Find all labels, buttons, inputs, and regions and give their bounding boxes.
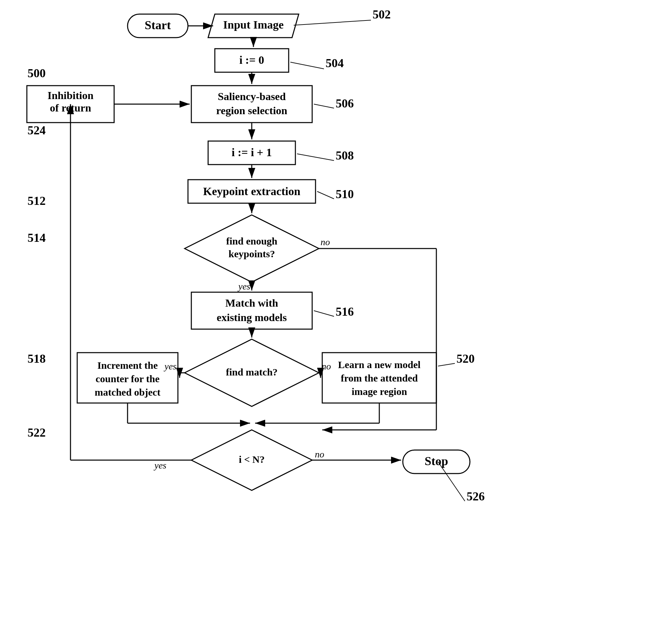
inhibition-label-1: Inhibition <box>48 89 94 101</box>
no-label-match: no <box>322 361 331 372</box>
svg-line-41 <box>314 104 334 108</box>
keypoint-label: Keypoint extraction <box>203 185 300 198</box>
find-keypoints-label-1: find enough <box>226 235 278 246</box>
flowchart-diagram: Start Input Image i := 0 Saliency-based … <box>0 0 672 623</box>
yes-label-match: yes <box>163 361 177 372</box>
learn-label-3: image region <box>352 386 407 397</box>
yes-label-keypoints: yes <box>237 281 250 292</box>
ref-514: 514 <box>28 231 45 244</box>
ref-508: 508 <box>336 149 354 162</box>
i-init-label: i := 0 <box>239 54 264 66</box>
stop-label: Stop <box>425 454 448 468</box>
yes-label-n: yes <box>153 460 166 471</box>
ref-516: 516 <box>336 305 354 318</box>
increment-label-3: matched object <box>95 387 160 398</box>
ref-510: 510 <box>336 187 354 201</box>
input-image-label: Input Image <box>223 19 284 31</box>
ref-522: 522 <box>28 426 45 439</box>
svg-line-45 <box>438 363 455 366</box>
svg-line-42 <box>297 154 334 160</box>
ref-520: 520 <box>457 352 475 365</box>
match-label-2: existing models <box>217 312 287 323</box>
ref-506: 506 <box>336 97 354 110</box>
increment-label-2: counter for the <box>96 373 160 384</box>
ref-504: 504 <box>326 56 344 70</box>
i-increment-label: i := i + 1 <box>232 146 272 158</box>
start-label: Start <box>145 19 171 32</box>
svg-line-44 <box>314 311 334 316</box>
ref-502: 502 <box>373 8 391 21</box>
increment-label-1: Increment the <box>97 360 158 371</box>
saliency-label-1: Saliency-based <box>218 90 286 102</box>
match-label-1: Match with <box>225 297 278 309</box>
ref-512: 512 <box>28 194 45 208</box>
saliency-label-2: region selection <box>216 105 287 117</box>
no-label-keypoints: no <box>320 237 330 247</box>
ref-518: 518 <box>28 352 45 365</box>
learn-label-2: from the attended <box>341 373 418 384</box>
svg-line-43 <box>317 191 334 199</box>
find-match-label: find match? <box>226 366 278 378</box>
no-label-n: no <box>315 449 324 459</box>
find-keypoints-label-2: keypoints? <box>228 248 275 259</box>
svg-line-40 <box>291 62 324 69</box>
ref-524: 524 <box>28 124 45 137</box>
learn-label-1: Learn a new model <box>338 359 421 370</box>
ref-526: 526 <box>466 489 485 503</box>
svg-line-39 <box>294 20 371 25</box>
i-less-n-label: i < N? <box>239 454 265 465</box>
ref-500: 500 <box>28 66 45 80</box>
